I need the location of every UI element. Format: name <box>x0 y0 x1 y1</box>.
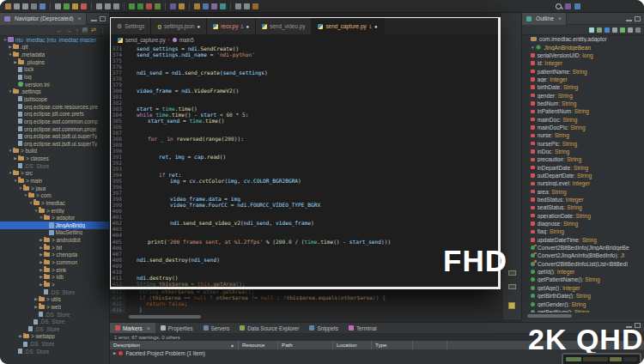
outline-item[interactable]: bedStatus : Integer <box>522 196 644 203</box>
outline-item[interactable]: mainDocPic : String <box>522 124 644 131</box>
tab-terminal[interactable]: Terminal <box>343 323 382 333</box>
close-icon[interactable]: × <box>147 325 150 331</box>
tree-item[interactable]: ▶.plugins <box>0 58 109 66</box>
back-icon[interactable] <box>235 3 241 9</box>
editor-tab-settings-json[interactable]: {}settings.json● <box>151 18 207 34</box>
collapse-all-icon[interactable]: ▤ <box>82 27 88 33</box>
outline-item[interactable]: id : Integer <box>522 59 644 67</box>
tree-item[interactable]: ▼> com <box>0 191 109 199</box>
minimized-view-icon[interactable] <box>508 302 515 309</box>
outline-item[interactable]: operationDate : String <box>522 212 644 220</box>
skip-breakpoints-icon[interactable] <box>55 3 61 9</box>
column-header-path[interactable]: Path <box>278 341 333 349</box>
breadcrumb-file[interactable]: send_capture.py <box>125 37 166 43</box>
open-task-icon[interactable] <box>194 3 200 9</box>
horizontal-scrollbar[interactable] <box>125 315 503 319</box>
java-perspective-icon[interactable] <box>574 3 580 9</box>
tree-item[interactable]: .DS_Store <box>0 162 109 170</box>
outline-item[interactable]: getId() : Integer <box>522 268 644 276</box>
tree-item[interactable]: ▶> idb <box>0 274 109 282</box>
outline-item[interactable]: updateDateTime : String <box>522 236 644 244</box>
suspend-icon[interactable] <box>72 3 78 9</box>
tree-item[interactable]: ▼> build <box>0 148 109 155</box>
maximize-icon[interactable] <box>100 16 106 21</box>
column-header-description[interactable]: Description▲ <box>110 341 239 349</box>
outline-item[interactable]: nursePic : String <box>522 139 644 147</box>
outline-item[interactable]: ▼JingAnBridgeBean <box>522 43 644 51</box>
editor-tab-send_capture-py[interactable]: send_capture.py1● <box>312 18 384 34</box>
outline-item[interactable]: seatStatus : String <box>522 203 644 211</box>
link-with-editor-icon[interactable]: ⇄ <box>91 27 96 33</box>
outline-item[interactable]: serialVersionUID : long <box>522 52 644 59</box>
tree-item[interactable]: ▼> imedtac <box>0 199 109 207</box>
tree-item[interactable]: lock <box>0 66 109 74</box>
code-editor[interactable]: 373send_settings = ndi.SendCreate()374se… <box>111 46 498 287</box>
tree-item[interactable]: JingAnBridg <box>0 221 109 229</box>
tree-item[interactable]: .DS_Store <box>0 311 109 318</box>
editor-tab-recv-py[interactable]: recv.py1● <box>207 18 256 34</box>
outline-item[interactable]: getPatientName() : String <box>522 276 644 283</box>
tree-item[interactable]: org.eclipse.wst.jsdt.ui.superTy <box>0 140 109 148</box>
tree-item[interactable]: ▼> adaptor <box>0 214 109 221</box>
link-with-editor-icon[interactable] <box>628 27 633 33</box>
run-icon[interactable] <box>137 3 143 9</box>
tree-item[interactable]: ▼.metadata <box>0 51 109 58</box>
close-icon[interactable]: × <box>78 15 82 21</box>
outline-item[interactable]: diagnose : String <box>522 220 644 228</box>
restore-view-icon[interactable] <box>508 284 516 289</box>
view-menu-icon[interactable] <box>635 27 641 33</box>
tree-item[interactable]: org.eclipse.jdt.core.prefs <box>0 110 109 118</box>
tree-item[interactable]: org.eclipse.wst.common.comp <box>0 118 109 125</box>
tree-item[interactable]: ▼> main <box>0 177 109 185</box>
search-icon[interactable] <box>556 3 562 9</box>
tab-data-source-explorer[interactable]: Data Source Explorer <box>234 323 304 333</box>
tab-properties[interactable]: Properties <box>155 323 198 333</box>
forward-icon[interactable] <box>244 3 250 9</box>
tree-item[interactable]: ▶> webapp <box>0 333 109 341</box>
tree-item[interactable]: ▶> androidbit <box>0 236 109 244</box>
close-icon[interactable]: × <box>558 15 562 21</box>
resume-icon[interactable] <box>64 3 70 9</box>
tab-navigator[interactable]: Navigator (Deprecated) × <box>0 13 87 25</box>
outline-item[interactable]: nursingLevel : Integer <box>522 179 644 187</box>
minimize-icon[interactable] <box>91 20 97 21</box>
tree-item[interactable]: ▶> <box>0 281 109 288</box>
tree-item[interactable]: .DS_Store <box>0 340 109 348</box>
step-into-icon[interactable] <box>96 3 102 9</box>
tree-item[interactable]: ▼.settings <box>0 88 109 95</box>
chevron-icon[interactable]: ▼ <box>531 46 534 50</box>
tree-item[interactable]: version.ini <box>0 81 109 88</box>
new-wizard-icon[interactable] <box>5 3 11 9</box>
print-icon[interactable] <box>31 3 37 9</box>
save-icon[interactable] <box>14 3 20 9</box>
tree-item[interactable]: ▼> entity <box>0 207 109 215</box>
tree-item[interactable]: ▼> java <box>0 185 109 192</box>
step-return-icon[interactable] <box>113 3 119 9</box>
tree-item[interactable]: org.eclipse.wst.common.proje <box>0 125 109 133</box>
maximize-icon[interactable] <box>635 16 641 21</box>
eclipse-java-editor[interactable]: 413String other$area = other.getArea();4… <box>110 289 503 322</box>
tree-item[interactable]: .DS_Store <box>0 318 109 325</box>
outline-item[interactable]: nurse : String <box>522 131 644 139</box>
breadcrumb[interactable]: send_capture.py › main5 <box>111 34 498 46</box>
editor-tab-settings[interactable]: ⚙Settings <box>111 18 151 34</box>
outline-item[interactable]: inPatientNum : String <box>522 107 644 115</box>
step-over-icon[interactable] <box>105 3 111 9</box>
tree-item[interactable]: ▶> utils <box>0 295 109 303</box>
outline-item[interactable]: flag : String <box>522 228 644 235</box>
outline-item[interactable]: Convert2BitBedInfoList(List<BitBedI <box>522 260 644 268</box>
tree-item[interactable]: ▶> bit <box>0 244 109 252</box>
tree-item[interactable]: .DS_Store <box>0 325 109 333</box>
new-java-class-icon[interactable] <box>170 3 176 9</box>
outline-item[interactable]: precaution : String <box>522 155 644 163</box>
outline-item[interactable]: gender : String <box>522 91 644 99</box>
tree-item[interactable]: ▶> eink <box>0 266 109 274</box>
up-icon[interactable]: ↑ <box>76 27 79 33</box>
outline-item[interactable]: inDepartDate : String <box>522 164 644 172</box>
editor-tab-send_video-py[interactable]: send_video.py <box>256 18 312 34</box>
outline-item[interactable]: getGender() : String <box>522 300 644 307</box>
external-tools-icon[interactable] <box>211 3 217 9</box>
view-menu-icon[interactable]: ⋮ <box>100 27 106 33</box>
column-header-type[interactable]: Type <box>372 341 413 349</box>
tree-item[interactable]: ▶> web <box>0 303 109 311</box>
